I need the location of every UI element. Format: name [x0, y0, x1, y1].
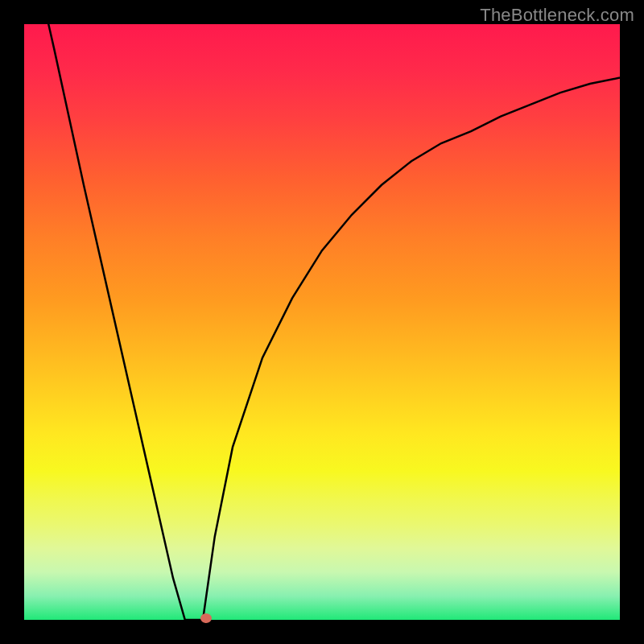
curve-path	[24, 24, 620, 620]
watermark-text: TheBottleneck.com	[480, 5, 634, 26]
bottleneck-curve	[24, 24, 620, 620]
minimum-marker	[200, 613, 212, 623]
plot-area	[24, 24, 620, 620]
chart-frame: TheBottleneck.com	[0, 0, 644, 644]
